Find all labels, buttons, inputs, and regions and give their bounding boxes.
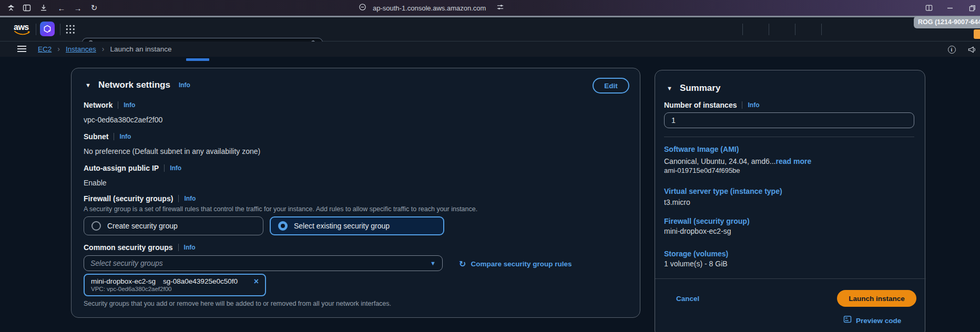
focus-remnant bbox=[186, 58, 209, 61]
network-settings-title: Network settings bbox=[98, 80, 170, 90]
network-settings-info-link[interactable]: Info bbox=[179, 81, 190, 89]
firewall-info-link[interactable]: Info bbox=[184, 195, 196, 202]
collapse-caret-icon[interactable]: ▼ bbox=[85, 82, 91, 88]
breadcrumb-current: Launch an instance bbox=[110, 45, 171, 53]
firewall-description: A security group is a set of firewall ru… bbox=[84, 205, 477, 213]
forward-icon[interactable]: → bbox=[72, 2, 84, 14]
summary-footer-divider bbox=[655, 278, 926, 279]
url-settings-icon[interactable] bbox=[496, 3, 504, 13]
read-more-link[interactable]: read more bbox=[775, 157, 811, 165]
console-header: aws [Alt+S] ? ⚙ bbox=[0, 17, 980, 42]
select-existing-security-group-label: Select existing security group bbox=[294, 222, 390, 230]
create-security-group-label: Create security group bbox=[107, 222, 178, 230]
breadcrumb: EC2 › Instances › Launch an instance bbox=[38, 45, 172, 53]
dropdown-placeholder: Select security groups bbox=[90, 259, 163, 267]
breadcrumb-instances[interactable]: Instances bbox=[66, 45, 96, 53]
header-divider bbox=[769, 24, 769, 35]
storage-volumes-link[interactable]: Storage (volumes) bbox=[664, 250, 728, 258]
ami-id: ami-019715e0d74f695be bbox=[664, 167, 740, 174]
preview-code-text: Preview code bbox=[856, 317, 901, 325]
header-divider bbox=[742, 24, 743, 35]
firewall-security-group-link[interactable]: Firewall (security group) bbox=[664, 217, 750, 225]
preview-code-link[interactable]: Preview code bbox=[843, 315, 901, 326]
header-divider bbox=[795, 24, 795, 35]
number-of-instances-input[interactable] bbox=[664, 112, 914, 128]
breadcrumb-chevron-icon: › bbox=[102, 45, 105, 53]
services-grid-icon[interactable] bbox=[65, 24, 75, 34]
summary-divider bbox=[664, 137, 914, 137]
common-security-groups-label: Common security groups bbox=[84, 243, 173, 252]
url-text[interactable]: ap-south-1.console.aws.amazon.com bbox=[373, 4, 486, 12]
breadcrumb-bar: EC2 › Instances › Launch an instance i bbox=[0, 42, 980, 57]
remove-security-group-icon[interactable]: × bbox=[254, 278, 259, 285]
auto-assign-ip-label: Auto-assign public IP bbox=[84, 164, 159, 172]
address-bar[interactable]: ap-south-1.console.aws.amazon.com bbox=[359, 2, 504, 14]
amazon-q-app-icon[interactable] bbox=[40, 22, 55, 36]
menu-hamburger-icon[interactable] bbox=[17, 46, 26, 52]
compare-link-text: Compare security group rules bbox=[471, 260, 571, 268]
number-of-instances-info-link[interactable]: Info bbox=[748, 101, 759, 109]
label-divider bbox=[178, 244, 179, 251]
instance-type-value: t3.micro bbox=[664, 198, 690, 206]
collapse-caret-icon[interactable]: ▼ bbox=[667, 85, 672, 91]
label-divider bbox=[164, 164, 165, 172]
browser-logo-icon[interactable] bbox=[5, 2, 17, 14]
radio-selected-icon[interactable] bbox=[278, 221, 288, 231]
subnet-value: No preference (Default subnet in any ava… bbox=[84, 147, 260, 155]
subnet-label: Subnet bbox=[84, 132, 108, 141]
header-divider bbox=[821, 24, 822, 35]
dropdown-caret-icon: ▼ bbox=[430, 260, 436, 266]
software-image-link[interactable]: Software Image (AMI) bbox=[664, 145, 739, 153]
selected-security-group-tag: mini-dropbox-ec2-sg sg-08a0e43925e0c50f0… bbox=[84, 274, 266, 296]
breadcrumb-ec2[interactable]: EC2 bbox=[38, 45, 52, 53]
sidebar-toggle-icon[interactable] bbox=[21, 2, 33, 14]
subnet-info-link[interactable]: Info bbox=[119, 133, 131, 140]
ami-description: Canonical, Ubuntu, 24.04, amd6... bbox=[664, 157, 775, 165]
auto-assign-ip-value: Enable bbox=[84, 179, 107, 187]
reload-icon[interactable]: ↻ bbox=[88, 2, 100, 14]
label-divider bbox=[742, 101, 742, 109]
restore-window-icon[interactable] bbox=[966, 2, 978, 14]
rog-overlay-fragment bbox=[974, 29, 980, 39]
radio-unselected-icon[interactable] bbox=[91, 221, 101, 231]
aws-logo[interactable]: aws bbox=[14, 23, 33, 36]
network-settings-card: ▼ Network settings Info Edit Network Inf… bbox=[71, 68, 640, 318]
firewall-label: Firewall (security groups) bbox=[84, 194, 173, 203]
back-icon[interactable]: ← bbox=[56, 2, 67, 14]
site-permissions-icon[interactable] bbox=[359, 3, 366, 13]
network-value: vpc-0ed6a380c2aef2f00 bbox=[84, 116, 162, 124]
minimize-icon[interactable] bbox=[944, 2, 956, 14]
create-security-group-option[interactable]: Create security group bbox=[84, 216, 263, 235]
select-existing-security-group-option[interactable]: Select existing security group bbox=[270, 216, 444, 235]
storage-volumes-value: 1 volume(s) - 8 GiB bbox=[664, 260, 728, 268]
screen: ← → ↻ ap-south-1.console.aws.amazon.com … bbox=[0, 0, 980, 332]
network-info-link[interactable]: Info bbox=[124, 101, 135, 109]
browser-title-bar: ← → ↻ ap-south-1.console.aws.amazon.com bbox=[0, 0, 980, 16]
label-divider bbox=[114, 133, 114, 140]
security-group-id: sg-08a0e43925e0c50f0 bbox=[163, 277, 238, 285]
security-groups-dropdown[interactable]: Select security groups ▼ bbox=[84, 255, 443, 271]
label-divider bbox=[178, 195, 179, 202]
number-of-instances-label: Number of instances bbox=[664, 101, 737, 109]
edit-button[interactable]: Edit bbox=[593, 78, 629, 94]
summary-card: ▼ Summary Number of instances Info Softw… bbox=[655, 70, 925, 332]
breadcrumb-chevron-icon: › bbox=[57, 45, 60, 53]
split-view-icon[interactable] bbox=[923, 2, 935, 14]
header-divider bbox=[60, 24, 60, 35]
feedback-megaphone-icon[interactable] bbox=[966, 44, 977, 55]
rog-overlay-badge: ROG (1214-9007-6448 bbox=[914, 16, 980, 28]
instance-type-link[interactable]: Virtual server type (instance type) bbox=[664, 187, 782, 195]
download-icon[interactable] bbox=[38, 2, 49, 14]
refresh-icon: ↻ bbox=[459, 259, 466, 269]
compare-security-group-rules-link[interactable]: ↻ Compare security group rules bbox=[459, 259, 571, 269]
info-panel-icon[interactable]: i bbox=[946, 44, 957, 55]
security-groups-note: Security groups that you add or remove h… bbox=[84, 300, 391, 307]
network-label: Network bbox=[84, 101, 113, 109]
firewall-security-group-value: mini-dropbox-ec2-sg bbox=[664, 227, 731, 235]
header-divider bbox=[36, 24, 36, 35]
auto-assign-ip-info-link[interactable]: Info bbox=[170, 164, 181, 172]
cancel-button[interactable]: Cancel bbox=[676, 295, 699, 303]
launch-instance-button[interactable]: Launch instance bbox=[837, 290, 916, 307]
common-security-groups-info-link[interactable]: Info bbox=[184, 244, 196, 251]
summary-title: Summary bbox=[680, 83, 720, 94]
